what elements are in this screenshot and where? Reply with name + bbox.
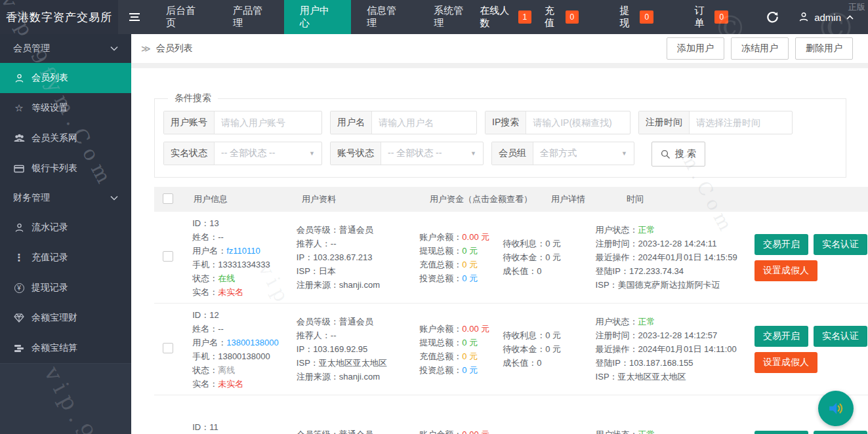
sidebar-item-withdraw-records[interactable]: ¥ 提现记录: [0, 273, 131, 303]
field-value[interactable]: 0 元: [462, 273, 478, 283]
field-label: 会员组: [492, 142, 533, 165]
field-line: 会员等级：普通会员: [297, 223, 420, 237]
field-value: 0 元: [545, 344, 561, 354]
field-label: 用户名: [331, 111, 372, 134]
field-line: 最近操作：2024年01月01日 14:11:00: [596, 342, 754, 356]
freeze-user-button[interactable]: 冻结用户: [731, 37, 789, 60]
sidebar-item-member-list[interactable]: 会员列表: [0, 63, 131, 93]
row-action-button[interactable]: 交易开启: [754, 431, 808, 434]
account-input[interactable]: [215, 117, 321, 128]
field-value[interactable]: 0.00 元: [462, 232, 489, 242]
nav-item-info[interactable]: 信息管理: [351, 0, 418, 34]
field-value: 0: [537, 266, 541, 276]
field-value[interactable]: 0 元: [462, 351, 478, 361]
member-group-group: 会员组 全部方式 ▼: [491, 142, 634, 165]
field-label: 姓名：: [192, 232, 218, 242]
realname-status-group: 实名状态 -- 全部状态 -- ▼: [163, 142, 322, 165]
row-action-button[interactable]: 交易开启: [754, 326, 808, 347]
counter-badge: 0: [640, 10, 653, 24]
sidebar-item-recharge-records[interactable]: ⋮ 充值记录: [0, 243, 131, 273]
account-status-select[interactable]: -- 全部状态 -- ▼: [381, 148, 483, 159]
refresh-button[interactable]: [753, 0, 792, 34]
sidebar: 会员管理 会员列表 ☆ 等级设置 会员关系网 银行卡列表 财务管理: [0, 34, 131, 434]
col-header-user-funds: 用户资金（点击金额查看）: [430, 193, 551, 205]
row-checkbox[interactable]: [163, 251, 173, 262]
sidebar-group-member[interactable]: 会员管理: [0, 34, 131, 63]
field-value: 未实名: [218, 379, 243, 389]
breadcrumb: ≫ 会员列表: [141, 43, 193, 54]
field-value[interactable]: fz110110: [226, 246, 260, 256]
withdraw-count[interactable]: 提现 0: [613, 0, 660, 34]
time-cell: 用户状态：正常注册时间：2023-12-28 13:39:31: [596, 427, 754, 434]
field-line: ISP：日本: [297, 264, 420, 278]
field-value[interactable]: 0 元: [462, 246, 478, 256]
field-label: 注册来源：: [297, 372, 339, 382]
field-value[interactable]: 0.00 元: [462, 429, 489, 434]
sidebar-item-yuebao-finance[interactable]: 余额宝理财: [0, 303, 131, 333]
field-line: 手机：13331334333: [192, 258, 297, 271]
field-line: 投资总额：0 元: [419, 363, 503, 377]
row-checkbox[interactable]: [163, 343, 173, 353]
recharge-count[interactable]: 充值 0: [538, 0, 585, 34]
register-time-input[interactable]: [690, 117, 792, 128]
order-count[interactable]: 订单 0: [688, 0, 735, 34]
username-input[interactable]: [372, 117, 476, 128]
user-menu[interactable]: admin: [792, 0, 868, 34]
breadcrumb-icon: ≫: [141, 43, 151, 54]
field-value: shanji.com: [339, 372, 380, 382]
field-value[interactable]: 0.00 元: [462, 324, 489, 334]
row-action-button[interactable]: 实名认证: [814, 234, 867, 255]
select-all-checkbox[interactable]: [163, 193, 173, 204]
field-value[interactable]: 13800138000: [226, 338, 279, 347]
field-value[interactable]: 0 元: [462, 338, 478, 347]
field-line: 登陆IP：103.187.168.155: [596, 356, 754, 370]
field-line: 用户状态：正常: [596, 427, 754, 434]
field-value: 12: [209, 310, 218, 320]
field-line: 注册来源：shanji.com: [297, 278, 420, 292]
field-label: 会员等级：: [297, 225, 339, 235]
counter-label: 订单: [694, 5, 710, 30]
field-value: 日本: [319, 266, 336, 276]
sidebar-item-label: 会员列表: [31, 72, 68, 84]
field-line: 账户余额：0.00 元: [419, 230, 503, 244]
sound-float-button[interactable]: [818, 391, 854, 426]
online-count[interactable]: 在线人数 1: [473, 0, 538, 34]
users-icon: [13, 134, 25, 143]
sidebar-item-member-network[interactable]: 会员关系网: [0, 123, 131, 153]
realname-status-select[interactable]: -- 全部状态 -- ▼: [215, 148, 321, 159]
row-action-button[interactable]: 设置成假人: [754, 260, 817, 281]
search-button[interactable]: 搜 索: [651, 142, 705, 167]
table-row: ID：11姓名：--用户名：1234564545 会员等级：普通会员推荐人：--…: [154, 395, 868, 434]
sidebar-item-level-settings[interactable]: ☆ 等级设置: [0, 93, 131, 123]
sidebar-item-label: 提现记录: [31, 282, 68, 294]
caret-down-icon: ▼: [621, 150, 627, 157]
account-status-group: 账号状态 -- 全部状态 -- ▼: [330, 142, 484, 165]
col-header-user-profile: 用户资料: [302, 193, 430, 205]
nav-item-dashboard[interactable]: 后台首页: [150, 0, 217, 34]
sidebar-footer: [0, 363, 131, 434]
delete-user-button[interactable]: 删除用户: [795, 37, 853, 60]
nav-item-system[interactable]: 系统管理: [418, 0, 473, 34]
field-line: 提现总额：0 元: [419, 244, 503, 258]
field-value[interactable]: 0 元: [462, 365, 478, 375]
sidebar-group-finance[interactable]: 财务管理: [0, 184, 131, 212]
field-value: 正常: [638, 317, 655, 326]
row-action-button[interactable]: 实名认证: [814, 326, 867, 347]
nav-item-user-center[interactable]: 用户中心: [284, 0, 351, 34]
field-line: 注册时间：2023-12-28 14:12:57: [596, 328, 754, 342]
sidebar-item-bank-cards[interactable]: 银行卡列表: [0, 153, 131, 184]
menu-toggle-button[interactable]: [118, 0, 150, 34]
field-value[interactable]: 0 元: [462, 260, 478, 269]
field-value: 亚太地区亚太地区: [618, 372, 686, 382]
sidebar-item-flow-records[interactable]: 流水记录: [0, 212, 131, 243]
member-group-select[interactable]: 全部方式 ▼: [533, 148, 634, 159]
row-action-button[interactable]: 实名认证: [814, 431, 867, 434]
row-action-button[interactable]: 交易开启: [754, 234, 808, 255]
nav-item-products[interactable]: 产品管理: [217, 0, 284, 34]
ip-search-input[interactable]: [526, 117, 630, 128]
sidebar-item-yuebao-settlement[interactable]: 余额宝结算: [0, 333, 131, 363]
field-label: 账号状态: [331, 142, 381, 165]
user-icon: [13, 73, 25, 83]
add-user-button[interactable]: 添加用户: [667, 37, 724, 60]
row-action-button[interactable]: 设置成假人: [754, 352, 817, 373]
